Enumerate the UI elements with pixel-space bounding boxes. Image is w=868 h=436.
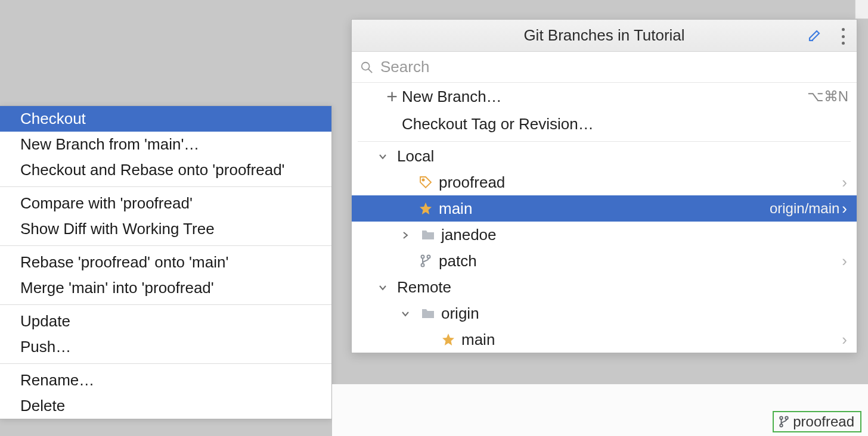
new-branch-shortcut: ⌥⌘N [807,88,848,105]
svg-point-2 [422,179,424,180]
menu-separator [0,245,331,246]
popup-header: Git Branches in Tutorial [352,20,857,52]
edit-icon[interactable] [808,28,822,42]
section-label: Remote [395,278,847,297]
popup-title: Git Branches in Tutorial [352,26,857,45]
folder-label: janedoe [439,226,847,244]
branch-proofread[interactable]: proofread › [352,169,857,195]
svg-point-7 [786,416,789,419]
svg-line-1 [368,68,372,72]
tracking-branch-label: origin/main [770,200,842,217]
svg-point-0 [362,62,370,70]
branch-icon [779,415,789,428]
git-branches-popup: Git Branches in Tutorial + New Branch… ⌥… [351,19,857,353]
menu-item-checkout-rebase[interactable]: Checkout and Rebase onto 'proofread' [0,157,331,183]
chevron-right-icon: › [842,200,847,218]
remote-origin[interactable]: origin [352,300,857,326]
branch-label: main [459,331,842,349]
menu-item-rename[interactable]: Rename… [0,368,331,393]
chevron-right-icon: › [842,331,847,349]
tree-section-local[interactable]: Local [352,143,857,169]
folder-icon [417,229,439,241]
tag-icon [415,175,436,189]
section-label: Local [395,147,847,166]
scrollbar-hint [855,0,868,19]
svg-point-6 [780,416,783,419]
search-icon [360,61,373,74]
chevron-down-icon [393,304,417,323]
star-icon [438,332,459,347]
remote-branch-origin-main[interactable]: main › [352,326,857,353]
menu-item-new-branch-from[interactable]: New Branch from 'main'… [0,132,331,157]
chevron-right-icon: › [842,252,847,270]
status-bar-branch[interactable]: proofread [773,411,861,432]
status-bar-branch-label: proofread [793,413,854,430]
menu-item-delete[interactable]: Delete [0,393,331,419]
tree-section-remote[interactable]: Remote [352,274,857,300]
search-input[interactable] [380,58,848,76]
svg-point-8 [780,424,783,427]
branch-icon [415,254,436,268]
menu-item-update[interactable]: Update [0,309,331,334]
chevron-right-icon [393,226,417,244]
menu-separator [0,363,331,364]
plus-icon: + [386,87,398,106]
branch-label: patch [436,252,842,270]
branch-folder-janedoe[interactable]: janedoe [352,222,857,248]
folder-label: origin [439,304,847,323]
search-row [352,52,857,83]
chevron-right-icon: › [842,173,847,192]
menu-item-checkout[interactable]: Checkout [0,106,331,132]
branch-patch[interactable]: patch › [352,248,857,274]
checkout-tag-label: Checkout Tag or Revision… [402,115,848,133]
menu-separator [0,186,331,187]
star-icon [415,201,436,216]
chevron-down-icon [371,278,395,297]
branch-main[interactable]: main origin/main › [352,195,857,222]
new-branch-label: New Branch… [402,88,807,106]
menu-item-show-diff[interactable]: Show Diff with Working Tree [0,216,331,242]
menu-separator [0,304,331,305]
branch-label: main [436,200,770,218]
folder-icon [417,307,439,319]
tree-divider [358,141,851,142]
menu-item-merge-into[interactable]: Merge 'main' into 'proofread' [0,275,331,301]
new-branch-action[interactable]: + New Branch… ⌥⌘N [352,83,857,110]
branch-context-menu: Checkout New Branch from 'main'… Checkou… [0,105,332,419]
checkout-tag-action[interactable]: Checkout Tag or Revision… [352,110,857,138]
svg-point-3 [421,256,424,259]
menu-item-compare-with[interactable]: Compare with 'proofread' [0,191,331,216]
svg-point-5 [421,264,424,267]
svg-point-4 [427,256,430,259]
menu-item-rebase-onto[interactable]: Rebase 'proofread' onto 'main' [0,250,331,275]
branch-label: proofread [436,173,842,192]
chevron-down-icon [371,147,395,166]
more-icon[interactable] [838,28,848,45]
menu-item-push[interactable]: Push… [0,334,331,360]
